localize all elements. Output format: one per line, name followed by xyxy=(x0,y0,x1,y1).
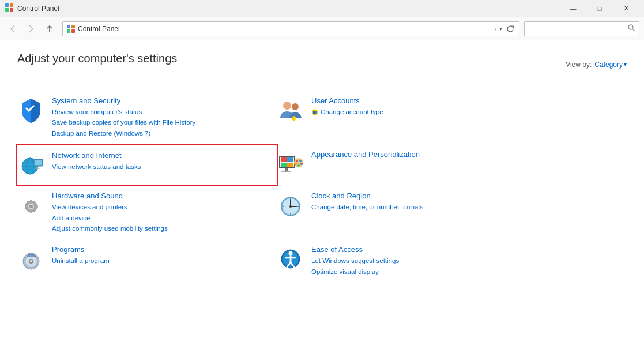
svg-rect-26 xyxy=(287,157,293,162)
category-system-security: System and Security Review your computer… xyxy=(17,91,277,144)
titlebar-icon xyxy=(5,3,14,14)
clock-region-title[interactable]: Clock and Region xyxy=(311,191,527,200)
svg-point-32 xyxy=(296,160,298,162)
svg-point-36 xyxy=(300,163,303,165)
address-text: Control Panel xyxy=(78,25,493,33)
svg-rect-25 xyxy=(281,157,287,162)
hardware-sound-link-2[interactable]: Adjust commonly used mobility settings xyxy=(52,223,268,234)
user-accounts-text: User Accounts Change account type xyxy=(311,96,527,117)
svg-rect-21 xyxy=(36,166,38,168)
svg-rect-4 xyxy=(67,25,70,28)
clock-region-link-0[interactable]: Change date, time, or number formats xyxy=(311,202,527,212)
svg-rect-28 xyxy=(287,163,293,167)
user-accounts-link-text: Change account type xyxy=(321,107,383,117)
svg-point-10 xyxy=(283,102,291,110)
svg-point-8 xyxy=(628,25,633,29)
view-by-value: Category xyxy=(594,61,623,69)
svg-rect-6 xyxy=(67,29,70,33)
system-security-icon xyxy=(17,96,45,124)
programs-text: Programs Uninstall a program xyxy=(52,245,268,266)
category-network-internet: Network and Internet View network status… xyxy=(17,145,277,185)
user-accounts-title[interactable]: User Accounts xyxy=(311,96,527,105)
hardware-sound-link-1[interactable]: Add a device xyxy=(52,213,268,223)
ease-access-title[interactable]: Ease of Access xyxy=(311,245,527,254)
hardware-sound-title[interactable]: Hardware and Sound xyxy=(52,191,268,200)
svg-rect-5 xyxy=(71,25,75,28)
page-title: Adjust your computer's settings xyxy=(17,52,177,65)
hardware-sound-link-0[interactable]: View devices and printers xyxy=(52,202,268,212)
search-icon[interactable] xyxy=(627,24,635,33)
ease-access-text: Ease of Access Let Windows suggest setti… xyxy=(311,245,527,277)
clock-region-text: Clock and Region Change date, time, or n… xyxy=(311,191,527,212)
hardware-sound-text: Hardware and Sound View devices and prin… xyxy=(52,191,268,234)
network-internet-icon xyxy=(17,151,45,179)
forward-button[interactable] xyxy=(23,21,39,37)
system-security-link-2[interactable]: Backup and Restore (Windows 7) xyxy=(52,128,268,138)
svg-rect-2 xyxy=(5,8,9,12)
category-appearance: Appearance and Personalization xyxy=(277,144,536,186)
content-area: Adjust your computer's settings View by:… xyxy=(0,40,644,294)
up-button[interactable] xyxy=(42,21,58,37)
category-clock-region: Clock and Region Change date, time, or n… xyxy=(277,186,536,239)
titlebar-title: Control Panel xyxy=(17,5,560,13)
refresh-button[interactable] xyxy=(504,21,515,36)
hardware-sound-icon xyxy=(17,191,45,219)
system-security-text: System and Security Review your computer… xyxy=(52,96,268,138)
svg-rect-27 xyxy=(281,163,287,167)
svg-point-63 xyxy=(289,251,293,256)
svg-point-34 xyxy=(297,164,300,167)
svg-rect-1 xyxy=(10,3,13,7)
system-security-link-1[interactable]: Save backup copies of your files with Fi… xyxy=(52,117,268,127)
category-hardware-sound: Hardware and Sound View devices and prin… xyxy=(17,186,277,239)
main-content: Adjust your computer's settings View by:… xyxy=(0,40,644,294)
view-by-dropdown[interactable]: Category ▾ xyxy=(594,61,627,69)
svg-point-35 xyxy=(295,163,297,165)
address-icon xyxy=(66,24,76,33)
network-internet-title[interactable]: Network and Internet xyxy=(52,151,268,160)
address-bar[interactable]: Control Panel › ▾ xyxy=(62,21,519,36)
programs-link-0[interactable]: Uninstall a program xyxy=(52,256,268,266)
system-security-title[interactable]: System and Security xyxy=(52,96,268,105)
svg-rect-41 xyxy=(25,205,28,208)
ease-access-link-1[interactable]: Optimize visual display xyxy=(311,266,527,277)
svg-rect-39 xyxy=(30,200,32,202)
search-bar[interactable] xyxy=(524,21,639,36)
svg-rect-40 xyxy=(30,211,32,213)
maximize-button[interactable]: □ xyxy=(586,0,613,17)
network-internet-link-0[interactable]: View network status and tasks xyxy=(52,162,268,172)
category-programs: Programs Uninstall a program xyxy=(17,239,277,283)
ease-access-link-0[interactable]: Let Windows suggest settings xyxy=(311,256,527,266)
search-input[interactable] xyxy=(528,25,627,33)
address-dropdown[interactable]: ▾ xyxy=(498,25,504,32)
appearance-title[interactable]: Appearance and Personalization xyxy=(311,150,527,159)
svg-rect-13 xyxy=(315,111,317,114)
programs-icon xyxy=(17,245,45,273)
minimize-button[interactable]: — xyxy=(560,0,586,17)
svg-rect-29 xyxy=(285,168,288,171)
appearance-icon xyxy=(277,150,304,178)
titlebar-controls: — □ ✕ xyxy=(560,0,639,17)
system-security-link-0[interactable]: Review your computer's status xyxy=(52,107,268,117)
svg-point-60 xyxy=(30,260,32,262)
ease-access-icon xyxy=(277,245,304,273)
view-by-label: View by: xyxy=(566,61,592,69)
category-ease-access: Ease of Access Let Windows suggest setti… xyxy=(277,239,536,283)
titlebar: Control Panel — □ ✕ xyxy=(0,0,644,17)
svg-point-47 xyxy=(29,205,33,208)
back-button[interactable] xyxy=(5,21,21,37)
category-user-accounts: User Accounts Change account type xyxy=(277,91,536,144)
address-separator: › xyxy=(494,25,496,32)
network-internet-text: Network and Internet View network status… xyxy=(52,151,268,172)
svg-point-33 xyxy=(299,160,302,162)
clock-region-icon xyxy=(277,191,304,219)
programs-title[interactable]: Programs xyxy=(52,245,268,254)
svg-rect-22 xyxy=(35,168,40,169)
svg-rect-20 xyxy=(35,160,42,165)
svg-point-11 xyxy=(292,103,299,110)
user-accounts-link-0[interactable]: Change account type xyxy=(311,107,527,117)
svg-rect-12 xyxy=(313,111,315,114)
close-button[interactable]: ✕ xyxy=(613,0,639,17)
appearance-text: Appearance and Personalization xyxy=(311,150,527,160)
svg-rect-42 xyxy=(35,205,38,208)
svg-rect-3 xyxy=(10,8,13,12)
